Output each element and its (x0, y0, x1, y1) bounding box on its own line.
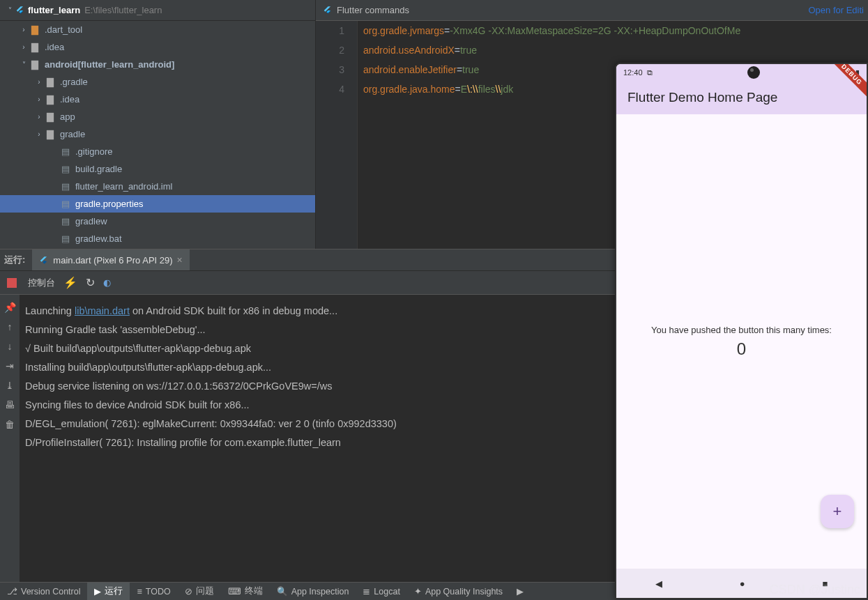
clock-label: 12:40 (623, 68, 643, 77)
tree-item-gradle-properties[interactable]: ▤gradle.properties (0, 195, 315, 213)
logcat-button[interactable]: ≣Logcat (356, 583, 407, 600)
tree-item-label: build.gradle (75, 164, 122, 174)
editor-tab-label[interactable]: Flutter commands (337, 5, 409, 15)
chevron-icon: › (33, 113, 45, 121)
tree-item-gradlew-bat[interactable]: ▤gradlew.bat (0, 230, 315, 247)
tree-item-app[interactable]: ›▇app (0, 108, 315, 125)
tree-item-label: flutter_learn_android.iml (75, 181, 172, 192)
inspect-icon: 🔍 (277, 586, 288, 597)
tree-item-label: .dart_tool (45, 24, 82, 35)
chevron-icon: › (33, 78, 45, 86)
file-icon: ▤ (60, 181, 71, 192)
up-icon[interactable]: ↑ (8, 321, 13, 332)
todo-button[interactable]: ≡TODO (130, 583, 177, 600)
line-gutter: 1234 (316, 21, 358, 249)
project-path: E:\files\flutter_learn (84, 5, 162, 15)
tree-item-label: app (60, 111, 75, 122)
emulator-nav-bar: ◀ ● ■ (616, 569, 867, 598)
pin-icon[interactable]: 📌 (4, 302, 16, 313)
tree-item--gradle[interactable]: ›▇.gradle (0, 73, 315, 91)
devtools-icon[interactable]: ◐ (103, 277, 111, 288)
tree-item-label: .gitignore (75, 146, 112, 157)
folder-icon: ▇ (29, 24, 40, 36)
branch-icon: ⎇ (7, 586, 17, 597)
folder-icon: ▇ (45, 77, 56, 88)
file-icon: ▤ (60, 146, 71, 157)
version-control-button[interactable]: ⎇Version Control (0, 583, 87, 600)
app-body: You have pushed the button this many tim… (616, 114, 867, 569)
chevron-down-icon: ˅ (4, 6, 15, 14)
app-inspection-button[interactable]: 🔍App Inspection (270, 583, 356, 600)
project-tree: ˅ flutter_learn E:\files\flutter_learn ›… (0, 0, 316, 249)
tree-item-label: gradlew.bat (75, 233, 122, 244)
chevron-icon: › (33, 130, 45, 138)
app-quality-button[interactable]: ✦App Quality Insights (407, 583, 510, 600)
emulator-window: DEBUG 12:40 ⧉ ▮ Flutter Demo Home Page Y… (615, 63, 868, 599)
hot-restart-icon[interactable]: ↻ (86, 276, 95, 289)
tree-item-label: android (45, 59, 78, 70)
chevron-icon: ˅ (18, 61, 29, 68)
run-button[interactable]: ▶运行 (87, 583, 130, 600)
tree-item--idea[interactable]: ›▇.idea (0, 38, 315, 56)
main-dart-link[interactable]: lib\main.dart (75, 305, 130, 316)
wrap-icon[interactable]: ⇥ (6, 360, 14, 371)
run-side-toolbar: 📌 ↑ ↓ ⇥ ⤓ 🖶 🗑 (0, 295, 20, 582)
tree-item-build-gradle[interactable]: ▤build.gradle (0, 160, 315, 178)
project-tree-header[interactable]: ˅ flutter_learn E:\files\flutter_learn (0, 0, 315, 21)
run-label: 运行: (4, 254, 25, 266)
file-icon: ▤ (60, 199, 71, 210)
down-icon[interactable]: ↓ (8, 341, 13, 352)
quality-icon: ✦ (414, 586, 422, 597)
recent-icon[interactable]: ■ (823, 578, 828, 589)
tree-item-gradlew[interactable]: ▤gradlew (0, 213, 315, 230)
tree-item--dart_tool[interactable]: ›▇.dart_tool (0, 21, 315, 38)
camera-notch (747, 66, 760, 79)
tree-item-gradle[interactable]: ›▇gradle (0, 125, 315, 143)
run-tab-label: main.dart (Pixel 6 Pro API 29) (53, 255, 172, 266)
close-icon[interactable]: × (177, 254, 183, 266)
tree-item-android[interactable]: ˅▇android [flutter_learn_android] (0, 56, 315, 73)
terminal-button[interactable]: ⌨终端 (221, 583, 270, 600)
folder-icon: ▇ (45, 129, 56, 140)
flutter-icon (323, 5, 333, 16)
folder-icon: ▇ (45, 111, 56, 123)
tree-item-label: gradle.properties (75, 199, 144, 209)
run-config-tab[interactable]: main.dart (Pixel 6 Pro API 29) × (32, 249, 189, 270)
problems-button[interactable]: ⊘问题 (178, 583, 221, 600)
folder-icon: ▇ (45, 94, 56, 105)
project-name: flutter_learn (28, 5, 80, 15)
trash-icon[interactable]: 🗑 (5, 419, 15, 430)
folder-icon: ▇ (29, 59, 40, 70)
chevron-icon: › (18, 43, 29, 51)
tree-item-suffix: [flutter_learn_android] (78, 59, 175, 70)
back-icon[interactable]: ◀ (655, 578, 662, 589)
file-icon: ▤ (60, 233, 71, 245)
tree-item-label: gradlew (75, 216, 107, 226)
tree-item-label: .idea (60, 94, 79, 105)
app-bar: Flutter Demo Home Page (616, 81, 867, 114)
flutter-icon (15, 5, 25, 16)
stop-button[interactable] (7, 278, 17, 288)
file-icon: ▤ (60, 164, 71, 175)
tree-item-label: gradle (60, 129, 85, 139)
tree-item-flutter_learn_android-iml[interactable]: ▤flutter_learn_android.iml (0, 178, 315, 195)
app-title: Flutter Demo Home Page (627, 90, 777, 105)
console-toggle[interactable]: 控制台 (28, 277, 55, 289)
tree-item--idea[interactable]: ›▇.idea (0, 91, 315, 108)
logcat-icon: ≣ (363, 586, 370, 597)
tree-item--gitignore[interactable]: ▤.gitignore (0, 143, 315, 160)
counter-label: You have pushed the button this many tim… (651, 325, 832, 335)
open-for-editing-link[interactable]: Open for Editi (809, 5, 865, 15)
editor-tabbar: Flutter commands Open for Editi (316, 0, 868, 21)
scroll-icon[interactable]: ⤓ (6, 380, 14, 391)
print-icon[interactable]: 🖶 (5, 399, 15, 410)
folder-icon: ▇ (29, 42, 40, 53)
wifi-icon: ⧉ (647, 68, 653, 77)
plus-icon: + (833, 502, 842, 521)
terminal-icon: ⌨ (228, 586, 241, 597)
more-button[interactable]: ▶ (510, 583, 531, 600)
counter-value: 0 (737, 339, 746, 359)
home-icon[interactable]: ● (740, 578, 745, 589)
fab-add-button[interactable]: + (821, 495, 854, 528)
hot-reload-icon[interactable]: ⚡ (63, 276, 77, 289)
